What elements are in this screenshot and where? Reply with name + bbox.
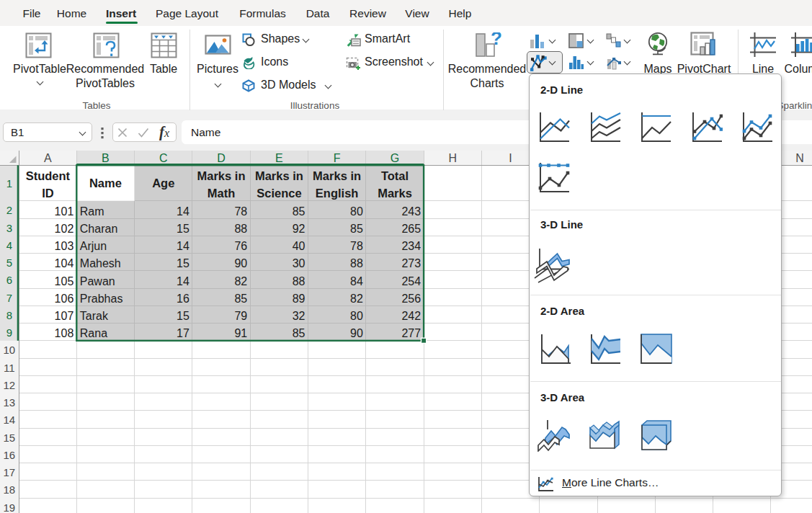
svg-text:254: 254 — [401, 275, 421, 287]
svg-text:85: 85 — [293, 327, 305, 339]
svg-text:F: F — [334, 152, 341, 164]
svg-text:90: 90 — [350, 327, 363, 339]
svg-text:5: 5 — [6, 256, 12, 269]
svg-text:A: A — [44, 152, 52, 164]
svg-text:Student: Student — [26, 169, 71, 182]
svg-text:243: 243 — [401, 205, 421, 218]
svg-text:Rana: Rana — [80, 327, 107, 339]
svg-text:9: 9 — [6, 326, 12, 339]
svg-text:3: 3 — [6, 222, 12, 234]
svg-text:242: 242 — [401, 310, 421, 322]
svg-text:82: 82 — [350, 293, 363, 305]
svg-text:265: 265 — [401, 223, 421, 235]
svg-text:Marks in: Marks in — [255, 169, 303, 182]
svg-text:277: 277 — [401, 327, 421, 339]
svg-text:I: I — [509, 152, 512, 164]
svg-text:Pawan: Pawan — [80, 275, 115, 287]
svg-text:85: 85 — [293, 205, 305, 218]
svg-text:15: 15 — [177, 257, 189, 269]
svg-text:4: 4 — [6, 239, 12, 251]
svg-text:105: 105 — [55, 275, 74, 287]
svg-text:?: ? — [491, 32, 501, 49]
svg-text:76: 76 — [234, 240, 247, 252]
svg-text:30: 30 — [293, 257, 305, 269]
svg-text:40: 40 — [293, 240, 305, 252]
svg-text:D: D — [217, 152, 226, 164]
svg-text:English: English — [316, 187, 359, 200]
svg-text:80: 80 — [350, 310, 363, 322]
svg-text:107: 107 — [55, 310, 74, 322]
svg-text:273: 273 — [401, 257, 421, 269]
svg-text:Marks in: Marks in — [197, 169, 246, 182]
svg-text:108: 108 — [55, 327, 74, 339]
svg-text:Ram: Ram — [80, 205, 104, 218]
svg-text:16: 16 — [3, 449, 15, 461]
svg-text:Age: Age — [152, 177, 174, 189]
svg-text:88: 88 — [234, 223, 247, 235]
svg-text:H: H — [448, 152, 457, 164]
svg-text:Tarak: Tarak — [80, 310, 109, 322]
svg-text:19: 19 — [3, 501, 15, 513]
svg-text:88: 88 — [350, 257, 363, 269]
svg-text:6: 6 — [6, 274, 12, 286]
svg-text:80: 80 — [350, 205, 363, 218]
svg-text:E: E — [275, 152, 283, 164]
svg-text:8: 8 — [6, 309, 12, 321]
svg-text:101: 101 — [55, 205, 74, 218]
svg-text:15: 15 — [177, 223, 189, 235]
svg-text:B: B — [102, 152, 110, 164]
svg-text:15: 15 — [177, 310, 189, 322]
svg-text:N: N — [795, 152, 804, 164]
svg-text:14: 14 — [177, 240, 189, 252]
svg-text:12: 12 — [3, 379, 15, 391]
svg-text:14: 14 — [177, 275, 189, 287]
svg-text:14: 14 — [177, 205, 189, 218]
svg-text:Marks in: Marks in — [313, 169, 361, 182]
svg-text:78: 78 — [234, 205, 247, 218]
svg-text:2: 2 — [6, 204, 12, 216]
svg-text:104: 104 — [55, 257, 74, 269]
svg-text:Arjun: Arjun — [80, 240, 107, 252]
svg-text:11: 11 — [4, 362, 15, 374]
svg-text:234: 234 — [401, 240, 421, 252]
svg-text:85: 85 — [234, 293, 247, 305]
svg-text:ID: ID — [42, 187, 54, 200]
svg-text:82: 82 — [234, 275, 247, 287]
svg-text:18: 18 — [3, 483, 15, 496]
svg-text:Science: Science — [256, 187, 301, 200]
svg-text:84: 84 — [350, 275, 363, 287]
svg-text:89: 89 — [293, 293, 305, 305]
svg-text:16: 16 — [177, 293, 189, 305]
svg-text:103: 103 — [55, 240, 74, 252]
svg-text:32: 32 — [293, 310, 305, 322]
svg-text:G: G — [391, 152, 399, 164]
svg-text:92: 92 — [293, 223, 305, 235]
svg-text:17: 17 — [177, 327, 189, 339]
svg-text:Mahesh: Mahesh — [80, 257, 121, 269]
svg-text:7: 7 — [6, 292, 12, 304]
svg-text:256: 256 — [401, 293, 421, 305]
svg-text:15: 15 — [3, 432, 15, 444]
svg-text:Charan: Charan — [80, 223, 117, 235]
svg-text:10: 10 — [3, 344, 15, 356]
svg-text:Name: Name — [89, 177, 122, 189]
svg-text:Prabhas: Prabhas — [80, 293, 123, 305]
svg-text:13: 13 — [3, 396, 15, 409]
svg-text:1: 1 — [6, 177, 12, 189]
svg-text:14: 14 — [3, 414, 15, 426]
svg-text:Math: Math — [208, 187, 236, 200]
svg-text:C: C — [159, 152, 168, 164]
svg-text:85: 85 — [350, 223, 363, 235]
svg-text:79: 79 — [234, 310, 247, 322]
svg-text:88: 88 — [293, 275, 305, 287]
svg-text:102: 102 — [55, 223, 74, 235]
svg-text:Total: Total — [381, 169, 409, 182]
svg-text:106: 106 — [55, 293, 74, 305]
svg-text:91: 91 — [234, 327, 247, 339]
svg-text:78: 78 — [350, 240, 363, 252]
svg-text:17: 17 — [3, 466, 15, 478]
svg-text:Marks: Marks — [378, 187, 412, 200]
svg-text:90: 90 — [234, 257, 247, 269]
